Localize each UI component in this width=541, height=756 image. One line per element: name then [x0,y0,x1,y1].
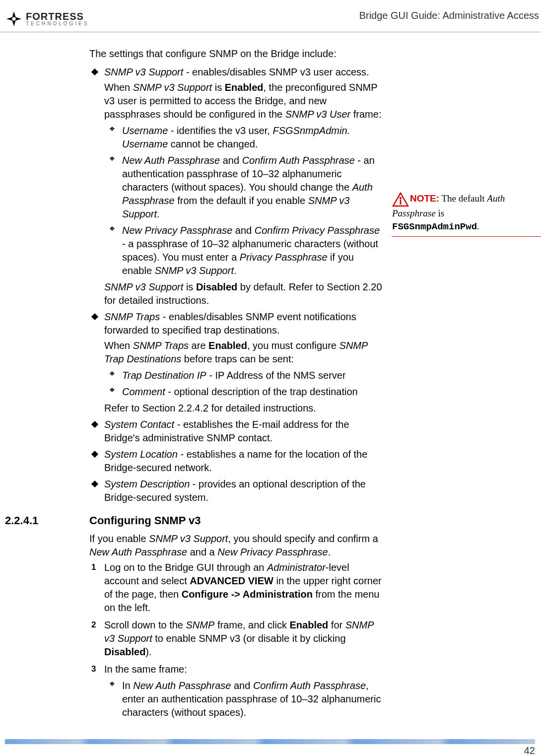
note-code: FSGSnmpAdminPwd [392,221,477,232]
caution-icon [392,192,409,207]
note-text-1: The default [439,193,487,204]
section-number: 2.2.4.1 [5,513,89,528]
logo-main-text: FORTRESS [26,11,89,21]
intro-text: The settings that configure SNMP on the … [89,47,385,61]
note-label: NOTE: [410,193,439,204]
section-heading: 2.2.4.1 Configuring SNMP v3 [0,513,385,528]
header-title: Bridge GUI Guide: Administrative Access [359,10,539,21]
step-2: Scroll down to the SNMP frame, and click… [104,619,385,659]
section-intro: If you enable SNMP v3 Support, you shoul… [89,532,385,559]
svg-point-1 [12,17,15,20]
bullet-system-description: System Description - provides an optiona… [104,478,385,504]
sub-auth-passphrase: New Auth Passphrase and Confirm Auth Pas… [122,154,385,221]
bullet-snmp-v3-support: SNMP v3 Support - enables/disables SNMP … [104,66,385,307]
bullet-snmp-traps: SNMP Traps - enables/disables SNMP event… [104,310,385,415]
svg-rect-4 [400,200,402,205]
page-footer: 42 [0,739,541,756]
body-content: NOTE: The default Auth Passphrase is FSG… [0,47,541,719]
footer-bar-icon [5,739,535,744]
note-text-3: is [436,208,444,218]
page-header: FORTRESS TECHNOLOGIES Bridge GUI Guide: … [0,10,541,32]
sub-trap-dest-ip: Trap Destination IP - IP Address of the … [122,369,385,382]
step-1: Log on to the Bridge GUI through an Admi… [104,561,385,615]
refer-section: Refer to Section 2.2.4.2 for detailed in… [104,402,385,415]
sub-comment: Comment - optional description of the tr… [122,385,385,399]
page-number: 42 [5,745,535,756]
logo-icon [5,10,23,28]
section-title: Configuring SNMP v3 [89,513,201,528]
note-text-4: . [477,221,479,231]
sub-username: Username - identifies the v3 user, FSGSn… [122,124,385,151]
step-3-sub-auth: In New Auth Passphrase and Confirm Auth … [122,679,385,719]
bullet-system-contact: System Contact - establishes the E-mail … [104,418,385,445]
bullet-system-location: System Location - establishes a name for… [104,448,385,475]
logo-sub-text: TECHNOLOGIES [26,21,89,26]
margin-note: NOTE: The default Auth Passphrase is FSG… [392,192,541,237]
logo: FORTRESS TECHNOLOGIES [5,10,89,28]
svg-point-3 [400,197,402,199]
step-3: In the same frame: In New Auth Passphras… [104,663,385,719]
sub-privacy-passphrase: New Privacy Passphrase and Confirm Priva… [122,224,385,277]
